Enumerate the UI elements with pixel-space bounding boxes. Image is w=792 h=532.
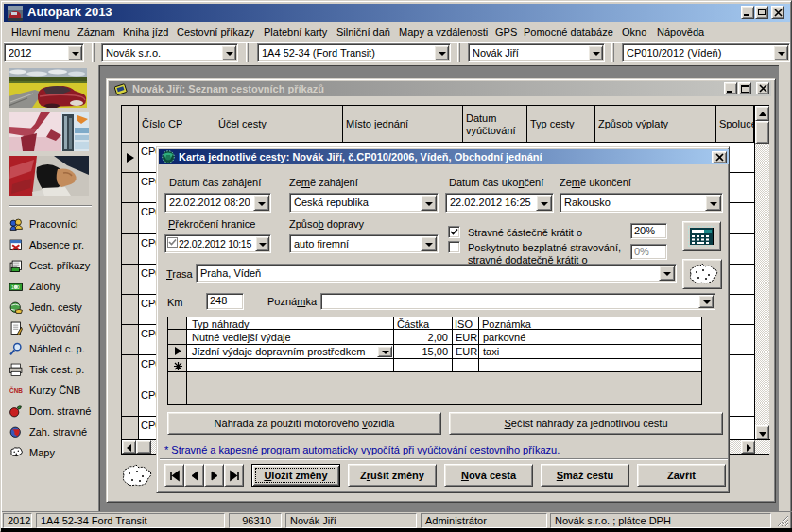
svg-text:ČNB: ČNB xyxy=(9,386,23,394)
svg-text:100: 100 xyxy=(11,284,20,290)
